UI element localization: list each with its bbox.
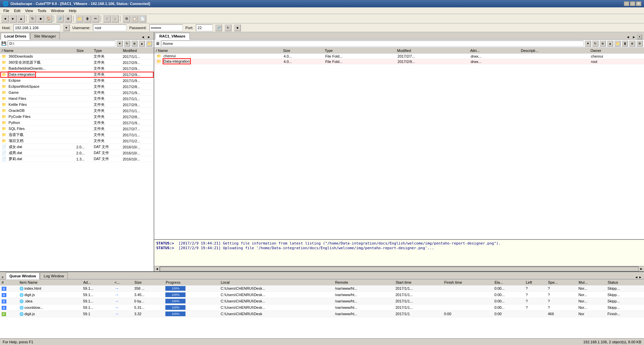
qcol-progress[interactable]: Progress bbox=[164, 280, 219, 285]
qcol-dir[interactable]: <... bbox=[113, 280, 133, 285]
close-button[interactable]: ✕ bbox=[636, 1, 641, 6]
col-size[interactable]: Size bbox=[75, 48, 93, 54]
left-file-row[interactable]: 📄 成女.dat 2.0... DAT 文件 2016/10/... bbox=[0, 144, 154, 150]
right-path-input[interactable] bbox=[161, 41, 584, 47]
left-file-row[interactable]: 📁 360Downloads 文件夹 2017/1/1... bbox=[0, 54, 154, 60]
tab-queue-window[interactable]: Queue Window bbox=[6, 273, 40, 279]
stop-btn[interactable]: ■ bbox=[234, 24, 241, 31]
toolbar-download[interactable]: ↓ bbox=[111, 15, 119, 22]
left-file-row[interactable]: 📄 萝莉.dat 1.3... DAT 文件 2016/10/... bbox=[0, 156, 154, 162]
left-file-row[interactable]: 📁 项目文档 文件夹 2017/1/2... bbox=[0, 138, 154, 144]
tab-next[interactable]: ► bbox=[146, 35, 152, 39]
left-file-row[interactable]: 📄 成男.dat 2.0... DAT 文件 2016/10/... bbox=[0, 150, 154, 156]
menu-file[interactable]: File bbox=[1, 8, 11, 13]
scroll-left[interactable]: ◄ bbox=[154, 267, 160, 271]
toolbar-refresh[interactable]: ↻ bbox=[29, 15, 36, 22]
connect-btn[interactable]: 🔗 bbox=[215, 24, 222, 31]
menu-help[interactable]: Help bbox=[67, 8, 78, 13]
toolbar-rename[interactable]: ✏ bbox=[92, 15, 99, 22]
path-refresh[interactable]: ↻ bbox=[124, 41, 130, 47]
host-dropdown[interactable]: ▼ bbox=[63, 24, 70, 31]
queue-row[interactable]: S 🌐 countdow... 59.1... → 5.31... 100% C… bbox=[0, 304, 644, 311]
left-file-row[interactable]: 📁 BaiduNetdiskDownlo... 文件夹 2017/2/9... bbox=[0, 66, 154, 72]
rcol-attrib[interactable]: Attri... bbox=[469, 48, 519, 54]
tab-prev[interactable]: ◄ bbox=[140, 35, 146, 39]
username-input[interactable] bbox=[93, 24, 126, 31]
rcol-size[interactable]: Size bbox=[282, 48, 323, 54]
port-input[interactable] bbox=[196, 24, 213, 31]
qcol-addr[interactable]: Ad... bbox=[82, 280, 113, 285]
path-up[interactable]: ▲ bbox=[139, 41, 145, 47]
left-file-row[interactable]: 📁 Hand Files 文件夹 2017/1/1... bbox=[0, 96, 154, 102]
right-tab-prev[interactable]: ◄ bbox=[625, 35, 631, 39]
right-file-row[interactable]: 📁 chenrui 4.0... File Fold... 2017/2/7..… bbox=[155, 54, 644, 59]
left-path-input[interactable] bbox=[8, 41, 115, 47]
toolbar-connect[interactable]: 🔗 bbox=[56, 15, 64, 22]
qcol-finish[interactable]: Finish time bbox=[443, 280, 493, 285]
path-go[interactable]: ▼ bbox=[117, 41, 123, 47]
qcol-size[interactable]: Size bbox=[133, 280, 164, 285]
menu-tools[interactable]: Tools bbox=[36, 8, 48, 13]
qcol-start[interactable]: Start time bbox=[394, 280, 443, 285]
right-path-newfolder[interactable]: 📁 bbox=[614, 41, 621, 47]
left-file-row[interactable]: 📁 Python 文件夹 2017/1/9... bbox=[0, 120, 154, 126]
qcol-speed[interactable]: Spe... bbox=[546, 280, 577, 285]
right-tab-next[interactable]: ► bbox=[631, 35, 637, 39]
qcol-ela[interactable]: Ela... bbox=[493, 280, 524, 285]
left-file-row[interactable]: 📁 SQL Files 文件夹 2017/2/7... bbox=[0, 126, 154, 132]
tab-log-window[interactable]: Log Window bbox=[40, 272, 68, 279]
right-path-go[interactable]: ▼ bbox=[585, 41, 591, 47]
toolbar-forward[interactable]: ► bbox=[9, 15, 17, 22]
tab-rac1-vmware[interactable]: RAC1_VMware bbox=[155, 33, 190, 40]
qcol-status[interactable]: Status bbox=[606, 280, 644, 285]
right-pane-close[interactable]: ✕ bbox=[637, 34, 642, 39]
toolbar-queue[interactable]: 📋 bbox=[131, 15, 138, 22]
left-file-row[interactable]: 📁 Eclipse 文件夹 2017/1/9... bbox=[0, 78, 154, 84]
rcol-owner[interactable]: Owner bbox=[589, 48, 644, 54]
toolbar-up[interactable]: ▲ bbox=[17, 15, 25, 22]
qcol-num[interactable]: # bbox=[0, 280, 18, 285]
toolbar-disconnect[interactable]: ⊗ bbox=[64, 15, 72, 22]
left-file-row[interactable]: 📁 EclipseWorkSpace 文件夹 2017/2/8... bbox=[0, 84, 154, 90]
right-path-delete[interactable]: 🗑 bbox=[622, 41, 628, 47]
right-path-disconnect[interactable]: ⊗ bbox=[629, 41, 635, 47]
right-path-refresh[interactable]: ↻ bbox=[592, 41, 598, 47]
toolbar-upload[interactable]: ↑ bbox=[103, 15, 111, 22]
menu-window[interactable]: Window bbox=[49, 8, 66, 13]
toolbar-delete[interactable]: 🗑 bbox=[84, 15, 91, 22]
scroll-right[interactable]: ► bbox=[639, 267, 644, 271]
queue-row[interactable]: S 🌐 index.html 59.1... → 358 ... 100% C:… bbox=[0, 285, 644, 292]
right-file-list[interactable]: / Name Size Type Modified Attri... Descr… bbox=[154, 48, 644, 239]
left-file-list[interactable]: / Name Size Type Modified 📁 360Downloads… bbox=[0, 48, 154, 271]
left-file-row[interactable]: 📁 360安全浏览器下载 文件夹 2017/2/9... bbox=[0, 60, 154, 66]
col-modified[interactable]: Modified bbox=[121, 48, 154, 54]
queue-row[interactable]: S 🌐 digit.js 59.1... → 3.45... 100% C:\U… bbox=[0, 292, 644, 298]
tab-site-manager[interactable]: Site Manager bbox=[30, 32, 59, 39]
maximize-button[interactable]: □ bbox=[630, 1, 635, 6]
rcol-desc[interactable]: Descripti... bbox=[519, 48, 589, 54]
left-file-row[interactable]: 📁 Data-integration 文件夹 2017/2/9... bbox=[0, 72, 154, 78]
left-file-row[interactable]: 📁 OracleDB 文件夹 2017/1/1... bbox=[0, 108, 154, 114]
qcol-name[interactable]: Item Name bbox=[18, 280, 82, 285]
bottom-tab-prev[interactable]: ◄ bbox=[635, 275, 638, 279]
toolbar-back[interactable]: ◄ bbox=[1, 15, 9, 22]
toolbar-home[interactable]: 🏠 bbox=[45, 15, 52, 22]
left-file-row[interactable]: 📁 迅雷下载 文件夹 2017/1/1... bbox=[0, 132, 154, 138]
toolbar-settings[interactable]: ⚙ bbox=[123, 15, 130, 22]
col-type[interactable]: Type bbox=[92, 48, 121, 54]
rcol-type[interactable]: Type bbox=[323, 48, 396, 54]
right-path-stop[interactable]: ⊗ bbox=[600, 41, 606, 47]
h-scrollbar-track[interactable] bbox=[160, 267, 639, 271]
tab-local-drives[interactable]: Local Drives bbox=[1, 33, 30, 40]
path-stop[interactable]: ⊗ bbox=[131, 41, 138, 47]
bottom-close-icon[interactable]: ✕ bbox=[1, 276, 5, 279]
queue-list-container[interactable]: # Item Name Ad... <... Size Progress Loc… bbox=[0, 279, 644, 338]
bottom-tab-next[interactable]: ► bbox=[639, 275, 642, 279]
toolbar-new-folder[interactable]: 📁 bbox=[76, 15, 83, 22]
qcol-remote[interactable]: Remote bbox=[334, 280, 394, 285]
col-name[interactable]: / Name bbox=[0, 48, 75, 54]
toolbar-log[interactable]: 📄 bbox=[139, 15, 146, 22]
menu-view[interactable]: View bbox=[23, 8, 35, 13]
queue-row[interactable]: S 🌐 .idea 59.1... → 0 by... 100% C:\User… bbox=[0, 298, 644, 304]
rcol-name[interactable]: / Name bbox=[155, 48, 282, 54]
